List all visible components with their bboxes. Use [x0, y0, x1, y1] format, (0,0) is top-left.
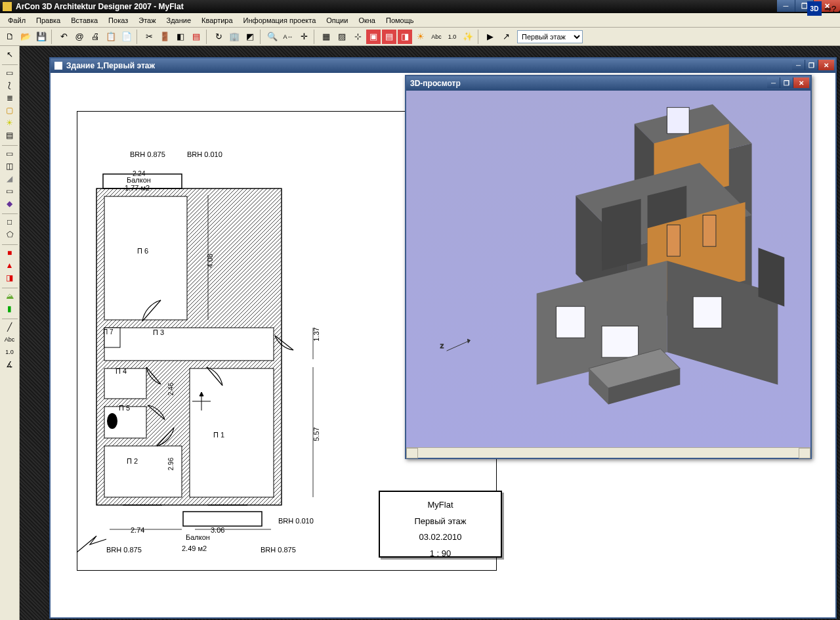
- paste-icon[interactable]: 📄: [119, 30, 134, 44]
- abc-icon[interactable]: Abc: [429, 30, 444, 44]
- plan-minimize-button[interactable]: ─: [792, 60, 805, 70]
- dim-h2: 1.37: [312, 327, 320, 341]
- menu-apartment[interactable]: Квартира: [196, 14, 238, 26]
- room-p2: П 2: [127, 457, 138, 465]
- balcony-bottom-area: 2.49 м2: [182, 544, 207, 552]
- arc-icon[interactable]: ⟅: [2, 79, 18, 91]
- preview-close-button[interactable]: ✕: [793, 78, 809, 88]
- preview-minimize-button[interactable]: ─: [767, 78, 780, 88]
- app-title: ArCon 3D Architektur Designer 2007 - MyF…: [16, 2, 184, 11]
- arrow2-icon[interactable]: ↗: [499, 30, 513, 44]
- sun2-icon[interactable]: ☀: [2, 117, 18, 129]
- svg-rect-8: [190, 368, 274, 497]
- menu-project-info[interactable]: Информация проекта: [238, 14, 322, 26]
- text-icon[interactable]: Abc: [2, 334, 18, 345]
- line-icon[interactable]: ╱: [2, 321, 18, 333]
- help-pointer-icon[interactable]: ⥤?: [823, 1, 837, 16]
- object-icon[interactable]: ◆: [2, 198, 18, 210]
- svg-rect-34: [667, 225, 680, 256]
- menu-options[interactable]: Опции: [321, 14, 353, 26]
- pointer-icon[interactable]: ↖: [2, 49, 18, 60]
- stairs2-icon[interactable]: ▤: [2, 129, 18, 141]
- floorplan-title: Здание 1,Первый этаж: [66, 61, 155, 70]
- cut-icon[interactable]: ✂: [142, 30, 156, 44]
- menu-file[interactable]: Файл: [3, 14, 31, 26]
- red-square-icon[interactable]: ■: [2, 247, 18, 259]
- copy-icon[interactable]: 📋: [104, 30, 118, 44]
- sun-icon[interactable]: ☀: [413, 30, 428, 44]
- window-icon[interactable]: ▭: [2, 148, 18, 160]
- menu-show[interactable]: Показ: [103, 14, 133, 26]
- menu-insert[interactable]: Вставка: [66, 14, 103, 26]
- floorplan-titlebar[interactable]: Здание 1,Первый этаж ─ ❐ ✕: [51, 58, 835, 73]
- axis-icon[interactable]: ⊹: [350, 30, 365, 44]
- wall-icon[interactable]: ▭: [2, 67, 18, 79]
- brh-bottom-left1: BRH 0.875: [106, 546, 142, 554]
- red2-icon[interactable]: ▤: [382, 30, 396, 44]
- minimize-button[interactable]: ─: [777, 0, 795, 12]
- green-icon[interactable]: ▮: [2, 303, 18, 315]
- polygon-icon[interactable]: ⬠: [2, 229, 18, 240]
- print-icon[interactable]: 🖨: [88, 30, 102, 44]
- terrain-icon[interactable]: ⛰: [2, 290, 18, 302]
- preview-canvas[interactable]: z: [406, 91, 810, 447]
- plan-close-button[interactable]: ✕: [818, 60, 834, 70]
- room-icon[interactable]: ▢: [2, 104, 18, 116]
- preview-scrollbar[interactable]: [406, 447, 810, 458]
- undo-icon[interactable]: ↶: [56, 30, 71, 44]
- preview-title: 3D-просмотр: [410, 79, 461, 88]
- red1-icon[interactable]: ▣: [366, 30, 381, 44]
- autofit-icon[interactable]: A↔: [281, 30, 295, 44]
- wand-icon[interactable]: ✨: [461, 30, 475, 44]
- room-p7: П 7: [103, 328, 114, 336]
- preview-titlebar[interactable]: 3D-просмотр ─ ❐ ✕: [406, 76, 810, 91]
- svg-point-11: [107, 413, 117, 429]
- red3-icon[interactable]: ◨: [398, 30, 412, 44]
- square-icon[interactable]: □: [2, 216, 18, 228]
- roof-icon[interactable]: ◢: [2, 173, 18, 185]
- menu-floor[interactable]: Этаж: [133, 14, 161, 26]
- floor-select[interactable]: Первый этаж: [517, 30, 583, 43]
- room-p3: П 3: [153, 328, 164, 336]
- save-icon[interactable]: 💾: [34, 30, 49, 44]
- info-scale: 1 : 90: [380, 546, 501, 562]
- svg-rect-40: [693, 297, 722, 328]
- preview-maximize-button[interactable]: ❐: [780, 78, 793, 88]
- plan-maximize-button[interactable]: ❐: [805, 60, 818, 70]
- room-p1: П 1: [213, 431, 224, 439]
- section-icon[interactable]: ◨: [2, 272, 18, 284]
- open-icon[interactable]: 📂: [18, 30, 33, 44]
- mode-3d-button[interactable]: 3D: [807, 1, 822, 16]
- shade-icon[interactable]: ▤: [189, 30, 203, 44]
- menu-building[interactable]: Здание: [161, 14, 197, 26]
- arrow1-icon[interactable]: ▶: [483, 30, 497, 44]
- door-icon[interactable]: 🚪: [158, 30, 172, 44]
- refresh-icon[interactable]: ↻: [211, 30, 226, 44]
- brh-bottom-right: BRH 0.010: [278, 517, 314, 525]
- room-p6: П 6: [137, 247, 148, 255]
- menu-edit[interactable]: Правка: [31, 14, 66, 26]
- brh-bottom-left2: BRH 0.875: [261, 546, 296, 554]
- 3dview-icon[interactable]: ◧: [173, 30, 188, 44]
- snap-icon[interactable]: ▨: [335, 30, 349, 44]
- stairs1-icon[interactable]: ≣: [2, 92, 18, 104]
- red-roof-icon[interactable]: ▲: [2, 259, 18, 271]
- svg-rect-35: [703, 215, 716, 247]
- grid-icon[interactable]: ▦: [319, 30, 333, 44]
- new-icon[interactable]: 🗋: [3, 30, 17, 44]
- building-icon[interactable]: 🏢: [227, 30, 242, 44]
- mail-icon[interactable]: @: [72, 30, 87, 44]
- beam-icon[interactable]: ▭: [2, 185, 18, 197]
- dim-icon[interactable]: 1.0: [2, 346, 18, 358]
- door2-icon[interactable]: ◫: [2, 160, 18, 172]
- angle-icon[interactable]: ∡: [2, 359, 18, 370]
- svg-rect-10: [183, 512, 262, 526]
- ruler-icon[interactable]: 1.0: [445, 30, 459, 44]
- menu-windows[interactable]: Окна: [353, 14, 381, 26]
- room-p4: П 4: [116, 367, 127, 375]
- svg-rect-4: [104, 328, 274, 361]
- menu-help[interactable]: Помощь: [381, 14, 419, 26]
- view-icon[interactable]: ◩: [243, 30, 257, 44]
- zoom-icon[interactable]: 🔍: [265, 30, 280, 44]
- crosshair-icon[interactable]: ✛: [297, 30, 311, 44]
